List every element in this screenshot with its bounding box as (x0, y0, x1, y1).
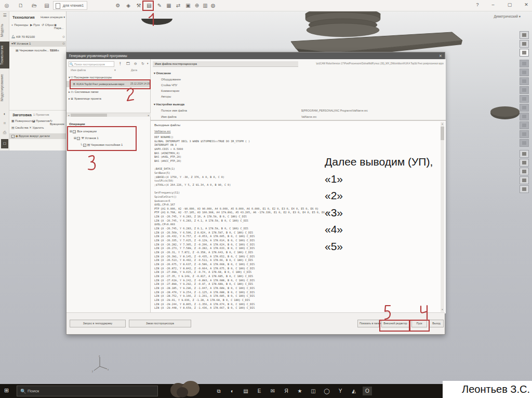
explorer-icon[interactable]: ▤ (241, 387, 250, 395)
tool-icon[interactable]: ⚒ (135, 2, 143, 10)
display-mode-button[interactable] (520, 176, 529, 184)
print-icon[interactable]: ⎙ (1, 130, 8, 136)
row-file-name[interactable]: Имя файла (161, 115, 177, 118)
row-equipment[interactable]: Оборудование (161, 78, 181, 81)
output-file-link[interactable]: ValName.src (154, 130, 171, 133)
more-dropdown-icon[interactable]: ▾ (147, 62, 149, 65)
edit-program-icon[interactable]: ✎ (155, 2, 164, 10)
scroll-down-icon[interactable]: ▾ (441, 308, 444, 312)
zoom-in-button[interactable] (520, 130, 529, 138)
collapse-icon[interactable]: ⊖ (134, 62, 137, 66)
taskbar-search-input[interactable]: 🔍Поиск (17, 386, 158, 396)
start-button[interactable]: ⊞ (4, 387, 9, 394)
snapshot-button[interactable] (520, 168, 529, 175)
solid-model-icon[interactable]: ◍ (209, 2, 217, 10)
minimize-button[interactable]: – (488, 2, 498, 7)
new-file-icon[interactable]: 🗋 (17, 2, 25, 10)
view-pan-button[interactable] (520, 40, 529, 48)
document-tab[interactable]: для чтения1 (53, 1, 87, 10)
show-in-folder-button[interactable]: Показать в папке (357, 320, 379, 327)
export-icon[interactable]: ⊕ (193, 2, 201, 10)
properties-button[interactable]: ▤ Свойства (11, 126, 29, 129)
messenger-icon[interactable]: Y (336, 387, 345, 395)
full-file-name-value[interactable]: $(PROGRAM_PERSONAL)\NC Programs\ValName.… (301, 109, 368, 112)
view-iso-button[interactable] (520, 113, 529, 120)
machine-setup-icon[interactable]: ⚙ (114, 2, 122, 10)
mail-icon[interactable]: ✉ (268, 387, 277, 395)
store-icon[interactable]: ★ (295, 387, 304, 395)
scroll-left-icon[interactable]: ◂ (66, 113, 71, 117)
help-button[interactable]: ? (473, 2, 482, 7)
file-name-value[interactable]: ValName.src (301, 115, 316, 118)
surfaces-button[interactable]: ▦ Поверхности (11, 119, 33, 122)
view-orbit-button[interactable] (520, 31, 529, 39)
stop-square-icon[interactable]: □ (1, 139, 8, 148)
section-description[interactable]: ▾ Описание (154, 72, 171, 75)
measure-button[interactable] (520, 159, 529, 167)
save-icon[interactable]: ▤ (43, 2, 51, 10)
browser-icon[interactable]: ◐ (228, 387, 237, 395)
office-icon[interactable]: E (255, 387, 264, 395)
reset-button[interactable]: ↺ Сброс (42, 23, 54, 26)
vertical-scrollbar[interactable]: ▴ ▾ (441, 122, 444, 312)
view-left-button[interactable] (520, 77, 529, 85)
params-button[interactable]: ◉ Пара... (54, 23, 66, 30)
exit-button[interactable]: Выход (429, 320, 444, 327)
postprocessor-search-input[interactable]: Поиск постпроцессоров (69, 61, 114, 67)
column-name[interactable]: Имя файла (71, 68, 86, 72)
dialog-titlebar[interactable]: Генерация управляющей программы (66, 52, 445, 59)
tab-technology[interactable]: Технология (0, 42, 9, 68)
horizontal-scrollbar[interactable]: ◂ ▸ (66, 113, 151, 117)
simulation-icon[interactable]: ◈ (124, 2, 132, 10)
view-front-button[interactable] (520, 60, 529, 67)
graphics-app-icon[interactable]: ◭ (349, 387, 358, 395)
view-right-button[interactable] (520, 86, 529, 94)
shaded-view-icon[interactable]: ◐ (1, 111, 8, 117)
zoom-window-button[interactable] (520, 121, 529, 129)
row-authors[interactable]: Авторы (161, 95, 171, 98)
section-output-settings[interactable]: ▾ Настройки вывода (154, 103, 184, 106)
tab-simulation[interactable]: Моделирование (0, 70, 9, 106)
section-view-button[interactable] (520, 150, 529, 158)
app-logo-icon[interactable]: ◎ (3, 2, 11, 10)
zoom-out-button[interactable] (520, 139, 529, 147)
view-fit-button[interactable] (520, 49, 529, 57)
menu-icon[interactable]: ☰ (1, 12, 8, 19)
close-button[interactable]: ✕ (522, 2, 531, 7)
support-request-button[interactable]: Запрос в техподдержку (70, 320, 126, 327)
view-mode-selector[interactable]: Диметрический ▾ (494, 15, 521, 19)
workpiece-item[interactable]: ✓◆ Брусок вокруг детали (9, 133, 66, 139)
delete-button[interactable]: ✕ Удалить (29, 126, 44, 129)
preview-icon[interactable]: 🗔 (126, 62, 130, 65)
photos-icon[interactable]: ◫ (309, 387, 318, 395)
tree-item-setup[interactable]: ▾⚒ Установ 1⊙ (9, 41, 66, 47)
primitive-button[interactable]: ◪ Примитив (32, 119, 50, 122)
view-top-button[interactable] (520, 95, 529, 103)
open-folder-icon[interactable]: 🗁 (30, 2, 38, 10)
new-operation-dropdown[interactable]: Новая операция ▾ (41, 16, 65, 19)
refresh-icon[interactable]: ↻ (141, 62, 144, 66)
run-button[interactable]: ▶ Пуск (30, 23, 40, 26)
scrollbar-thumb[interactable] (71, 114, 107, 117)
maximize-button[interactable]: ▢ (505, 2, 514, 7)
tree-system-folders[interactable]: ▸ 🗀 Системные папки (66, 89, 151, 95)
task-view-icon[interactable]: ⧉ (214, 387, 223, 395)
row-full-file-name[interactable]: Полное имя файла (161, 109, 187, 112)
grid-button[interactable] (520, 185, 529, 193)
visibility-icon[interactable]: ⊙ (62, 34, 65, 40)
visibility-icon[interactable]: ⊙ (62, 41, 65, 47)
yandex-icon[interactable]: Я (282, 387, 291, 395)
row-comments[interactable]: Комментарии (161, 89, 179, 92)
transfer-icon[interactable]: ⇄ (174, 2, 182, 10)
tool-library-icon[interactable]: ▥ (201, 2, 209, 10)
taskbar-widget-image[interactable] (167, 381, 205, 398)
scroll-up-icon[interactable]: ▴ (441, 122, 444, 126)
scrollbar-thumb[interactable] (441, 127, 444, 140)
sort-icon[interactable]: ▾ (114, 68, 116, 72)
monitor-icon[interactable]: ▣ (184, 2, 192, 10)
view-back-button[interactable] (520, 68, 529, 76)
column-date[interactable]: Дата (131, 68, 137, 72)
tree-item-robot[interactable]: 🦾 KR 70 R2100⊙ (9, 34, 66, 40)
row-cnc-rack[interactable]: Стойка ЧПУ (161, 84, 177, 87)
opera-active-icon[interactable]: O (363, 387, 372, 395)
